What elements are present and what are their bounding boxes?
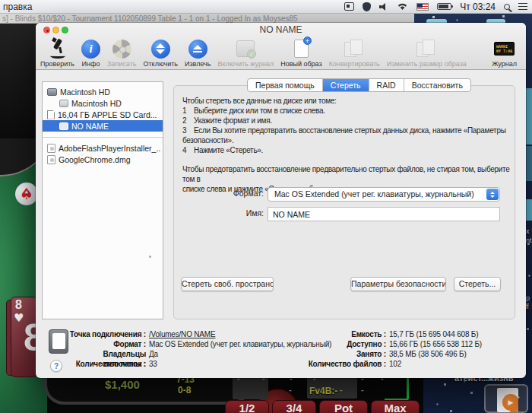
info-label: Доступно : xyxy=(302,339,386,349)
selected-volume-icon xyxy=(49,329,68,354)
input-source-flag-icon[interactable] xyxy=(416,2,429,12)
tab-first-aid[interactable]: Первая помощь xyxy=(248,79,323,91)
disk-image-icon xyxy=(47,144,55,153)
star-icon: ★ xyxy=(24,189,29,195)
instruction-line: 4 Нажмите «Стереть». xyxy=(182,145,515,155)
info-used: Занято : 38,5 МБ (38 506 496 Б) xyxy=(302,349,467,359)
verify-button[interactable]: Проверить xyxy=(40,38,74,68)
bet-three-quarter-pot-button[interactable]: 3/4 xyxy=(272,400,316,413)
tab-raid[interactable]: RAID xyxy=(369,79,404,91)
shield-icon[interactable] xyxy=(363,2,371,12)
volume-icon xyxy=(59,122,68,130)
resize-image-button: Изменить размер образа xyxy=(387,38,467,68)
sidebar-item-label: Macintosh HD xyxy=(60,87,110,97)
erase-button[interactable]: Стереть... xyxy=(454,277,501,291)
eject-button[interactable]: Извлечь xyxy=(185,38,211,68)
info-label: Емкость : xyxy=(302,329,386,339)
sidebar-item-macintosh-hd-volume[interactable]: Macintosh HD xyxy=(43,97,163,109)
battery-icon[interactable] xyxy=(437,2,451,12)
sidebar-item-adobe-flash-installer[interactable]: AdobeFlashPlayerInstaller_.. xyxy=(43,142,163,154)
instruction-line: Чтобы предотвратить восстановление предв… xyxy=(182,164,515,184)
close-button[interactable] xyxy=(43,27,50,33)
hud-dash: - xyxy=(361,385,364,394)
page-fold xyxy=(509,403,518,412)
toolbar-label: Журнал xyxy=(492,60,517,68)
disk-image-icon xyxy=(47,155,55,164)
info-button[interactable]: i Инфо xyxy=(81,38,100,68)
internal-drive-icon xyxy=(47,88,57,96)
instruction-line: 1 Выберите диск или том в списке слева. xyxy=(182,106,515,116)
unmount-button[interactable]: Отключить xyxy=(143,38,178,68)
info-value: 102 xyxy=(386,359,401,369)
log-button[interactable]: WARNI NY 7:06 Журнал xyxy=(492,38,517,68)
info-capacity: Емкость : 15,7 ГБ (15 695 044 608 Б) xyxy=(302,329,478,339)
info-folder-count: Количество папок : 33 xyxy=(68,359,157,369)
toolbar-label: Изменить размер образа xyxy=(387,60,467,68)
info-file-count: Количество файлов : 102 xyxy=(302,359,401,369)
heart-icon: ♥ xyxy=(14,311,24,325)
security-options-button[interactable]: Параметры безопасности... xyxy=(350,277,446,291)
toolbar-label: Инфо xyxy=(82,60,100,68)
mount-point-link[interactable]: /Volumes/NO NAME xyxy=(146,329,215,339)
fv4b-stat: Fv4B:- xyxy=(309,386,337,396)
info-available: Доступно : 15,66 ГБ (15 656 538 112 Б) xyxy=(302,339,482,349)
wifi-icon[interactable] xyxy=(397,2,408,12)
info-icon: i xyxy=(81,38,100,59)
instruction-line: Чтобы стереть все данные на диске или то… xyxy=(182,96,515,106)
info-label: Количество файлов : xyxy=(302,359,386,369)
sidebar-item-label: AdobeFlashPlayerInstaller_.. xyxy=(59,144,160,153)
hud-dash: - xyxy=(340,385,343,394)
device-sidebar: Macintosh HD Macintosh HD 16,04 ГБ APPLE… xyxy=(42,81,163,319)
zoom-button[interactable] xyxy=(62,27,68,33)
erase-free-space-button[interactable]: Стереть своб. пространство... xyxy=(181,277,274,291)
toolbar-label: Новый образ xyxy=(280,60,321,68)
menu-bar-status-icons: Чт 03:24 xyxy=(344,2,532,12)
disk-utility-window: NO NAME Проверить i Инфо Записать xyxy=(36,23,526,378)
window-title: NO NAME xyxy=(36,24,526,35)
journaling-drive-icon: ✓ xyxy=(236,38,255,59)
format-dropdown[interactable]: Mac OS Extended (учет рег. клавиатуры, ж… xyxy=(268,187,500,202)
eject-icon xyxy=(188,38,207,59)
toolbar-label: Проверить xyxy=(40,60,74,68)
card-rank: 8 xyxy=(15,298,22,312)
volume-icon[interactable] xyxy=(379,2,388,12)
resize-image-icon xyxy=(416,38,436,59)
sidebar-item-no-name[interactable]: NO NAME xyxy=(43,120,163,132)
burn-icon xyxy=(112,38,131,59)
help-button[interactable]: ? xyxy=(50,360,62,372)
desktop-icon-label-fragment: p xyxy=(526,294,530,302)
sidebar-item-google-chrome-dmg[interactable]: GoogleChrome.dmg xyxy=(43,154,163,165)
desktop-icon-label-fragment: x xyxy=(526,227,530,235)
spotlight-icon[interactable] xyxy=(504,2,510,12)
spacer xyxy=(182,155,515,164)
notification-center-icon[interactable] xyxy=(518,2,527,12)
minimize-button[interactable] xyxy=(52,27,59,33)
media-file-page: ▶ xyxy=(497,388,518,412)
media-file-icon[interactable]: ▶ xyxy=(484,384,528,413)
screen: { "colors": { "selection_blue": "#3875d7… xyxy=(0,0,532,413)
bet-half-pot-button[interactable]: 1/2 xyxy=(225,400,269,413)
format-value: Mac OS Extended (учет рег. клавиатуры, ж… xyxy=(274,189,474,199)
toolbar-label: Конвертировать xyxy=(329,60,380,68)
window-manager-icon[interactable] xyxy=(344,2,354,12)
sidebar-item-macintosh-hd-disk[interactable]: Macintosh HD xyxy=(43,86,163,97)
menu-item-help[interactable]: правка xyxy=(0,2,32,12)
tab-erase[interactable]: Стереть xyxy=(323,79,369,91)
name-label: Имя: xyxy=(188,208,264,218)
info-value: 15,66 ГБ (15 656 538 112 Б) xyxy=(386,339,482,349)
toolbar: Проверить i Инфо Записать Отключить xyxy=(36,34,526,70)
sidebar-item-apple-sd-card[interactable]: 16,04 ГБ APPLE SD Card... xyxy=(43,109,163,120)
sidebar-item-label: 16,04 ГБ APPLE SD Card... xyxy=(58,110,157,119)
bet-max-button[interactable]: Max xyxy=(371,400,420,413)
playing-card-8-hearts: 8 ♥ 8 xyxy=(11,297,38,377)
new-image-button[interactable]: + Новый образ xyxy=(280,38,321,68)
enable-journaling-button: ✓ Включить журнал xyxy=(218,38,274,68)
mode-tabs: Первая помощь Стереть RAID Восстановить xyxy=(247,78,471,92)
menu-bar-clock[interactable]: Чт 03:24 xyxy=(460,2,496,12)
sidebar-item-label: NO NAME xyxy=(71,122,109,131)
tab-restore[interactable]: Восстановить xyxy=(404,79,470,91)
sidebar-item-label: Macintosh HD xyxy=(71,99,122,108)
info-format: Формат : Mac OS Extended (учет рег. клав… xyxy=(68,339,331,349)
name-input[interactable] xyxy=(268,207,500,221)
bet-pot-button[interactable]: Pot xyxy=(319,400,368,413)
